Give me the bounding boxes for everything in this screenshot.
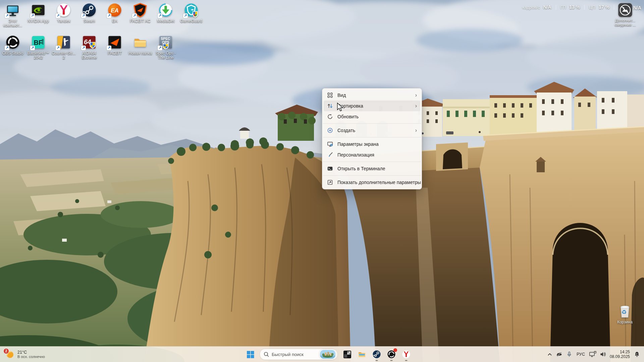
menu-separator [323, 137, 421, 137]
shortcut-arrow-icon: ↗ [5, 46, 9, 50]
desktop-icon-yandex[interactable]: ↗ Yandex [51, 2, 76, 23]
network-ethernet-icon [589, 351, 597, 358]
taskbar-steam[interactable] [369, 347, 384, 362]
menu-item-label: Сортировка [337, 103, 411, 109]
menu-item-open-in-terminal[interactable]: Открыть в Терминале [324, 163, 420, 174]
desktop-icon-recycle-bin[interactable]: ♻ Корзина [612, 303, 638, 324]
speaker-icon [599, 351, 607, 358]
desktop-icon-aida64[interactable]: 64 ↗ AIDA64 Extreme [76, 34, 102, 60]
taskbar-clock[interactable]: 14:25 08.09.2025 [608, 350, 632, 359]
menu-item-show-more-options[interactable]: Показать дополнительные параметры [324, 177, 420, 188]
cloud-slash-icon [555, 351, 563, 358]
menu-item-personalization[interactable]: Персонализация [324, 149, 420, 160]
desktop-icon-label: OBS Studio [2, 51, 23, 56]
windows-logo-icon [247, 351, 254, 358]
desktop-icon-counter-strike-2[interactable]: ↗ Counter-Str... 2 [51, 34, 76, 60]
menu-item-label: Персонализация [337, 152, 418, 158]
chevron-up-icon [547, 352, 552, 357]
overlay-divider [584, 5, 585, 10]
desktop-icon-ea[interactable]: EA ↗ EA [102, 2, 127, 23]
desktop-icon-steam[interactable]: ↗ Steam [76, 2, 102, 23]
desktop-icon-faceit[interactable]: ↗ FACEIT [102, 34, 127, 56]
taskbar-center: Быстрый поиск [243, 347, 414, 362]
widgets-weather-button[interactable]: 2 21°C В осн. солнечно [3, 347, 47, 361]
desktop-icon-label: MediaGet [157, 19, 174, 23]
desktop-icon-nvidia-app[interactable]: ↗ NVIDIA App [25, 2, 51, 23]
desktop-icon-label: EA [112, 19, 117, 23]
svg-text:SPEC: SPEC [161, 37, 170, 41]
desktop-icon-obs-studio[interactable]: ↗ OBS Studio [0, 34, 25, 56]
steam-icon [372, 350, 381, 359]
shortcut-arrow-icon: ↗ [107, 46, 111, 50]
tray-cloud-paused-button[interactable] [554, 348, 564, 361]
menu-item-label: Создать [337, 128, 411, 133]
menu-item-display-settings[interactable]: Параметры экрана [324, 139, 420, 149]
gpu-label: ГП [560, 5, 566, 10]
desktop-icon-mediaget[interactable]: ↗ MediaGet [153, 2, 178, 23]
taskbar-search[interactable]: Быстрый поиск [260, 349, 338, 360]
taskbar-file-explorer[interactable] [355, 347, 369, 362]
system-tray: РУС 14:25 08.09.2025 [545, 347, 644, 362]
desktop-icon-label: AIDA64 Extreme [82, 51, 97, 60]
desktop-icon-new-folder[interactable]: Новая папка [127, 34, 153, 56]
overlay-divider [556, 5, 556, 10]
search-placeholder: Быстрый поиск [272, 352, 317, 357]
desktop: кадров/с N/A ГП 13 % ЦП 17 % N/A Дополни… [0, 0, 644, 362]
gpu-value: 13 % [569, 4, 580, 10]
notification-bell-button[interactable]: z [632, 348, 642, 361]
desktop-icon-label: FACEIT AC [130, 19, 150, 23]
menu-item-view[interactable]: Вид › [324, 90, 420, 101]
personalization-brush-icon [327, 152, 333, 158]
svg-text:2042: 2042 [41, 39, 44, 45]
view-grid-icon [327, 92, 333, 98]
mouse-cursor [337, 103, 343, 113]
desktop-icon-label: GameGuard [180, 19, 202, 23]
menu-item-label: Показать дополнительные параметры [337, 180, 421, 185]
notification-badge [393, 348, 397, 352]
shortcut-arrow-icon: ↗ [56, 46, 60, 50]
taskbar-app-dark[interactable] [340, 347, 355, 362]
clock-time: 14:25 [620, 350, 630, 355]
new-item-icon [327, 127, 333, 133]
taskbar-yandex-browser[interactable] [399, 347, 414, 362]
tray-volume-button[interactable] [598, 348, 608, 361]
menu-item-label: Открыть в Терминале [337, 166, 418, 171]
desktop-icon-label: Spec Ops - The Line [156, 51, 176, 60]
broken-image-icon [618, 3, 633, 17]
clock-date: 08.09.2025 [610, 354, 630, 359]
desktop-icon-label: Steam [84, 19, 95, 23]
sort-icon [327, 103, 333, 109]
tray-chevron-button[interactable] [545, 348, 554, 361]
shortcut-arrow-icon: ↗ [5, 13, 9, 18]
file-explorer-icon [358, 350, 366, 359]
tray-network-button[interactable] [587, 348, 598, 361]
shortcut-arrow-icon: ↗ [183, 13, 188, 18]
language-indicator[interactable]: РУС [574, 348, 587, 361]
search-icon [264, 352, 269, 357]
start-button[interactable] [243, 347, 258, 362]
desktop-icon-gameguard[interactable]: ↗ GameGuard [178, 2, 204, 23]
desktop-icon-label: Корзина [617, 320, 633, 324]
desktop-icon-faceit-ac[interactable]: ↗ FACEIT AC [127, 2, 153, 23]
chevron-right-icon: › [415, 128, 418, 133]
desktop-icon-additional-info[interactable]: Дополнит... сведения ... [610, 3, 641, 27]
desktop-icon-this-pc[interactable]: ↗ Этот компьют... [0, 2, 25, 28]
dark-app-icon [343, 350, 352, 359]
desktop-icon-battlefield-2042[interactable]: BF 2042 ↗ Battlefield™ 2042 [25, 34, 51, 60]
yandex-browser-icon [402, 350, 411, 359]
fps-value: N/A [543, 4, 551, 10]
fps-label: кадров/с [522, 5, 540, 10]
tray-microphone-button[interactable] [564, 348, 574, 361]
shortcut-arrow-icon: ↗ [81, 13, 86, 18]
cpu-label: ЦП [589, 5, 595, 10]
menu-item-new[interactable]: Создать › [324, 125, 420, 136]
cpu-value: 17 % [599, 4, 609, 10]
desktop-icon-spec-ops[interactable]: SPEC OPS ↗ Spec Ops - The Line [153, 34, 178, 60]
chevron-right-icon: › [415, 93, 418, 98]
recycle-bin-icon: ♻ [618, 303, 632, 319]
svg-text:EA: EA [111, 7, 119, 14]
shortcut-arrow-icon: ↗ [132, 13, 137, 18]
desktop-icon-label: FACEIT [108, 51, 122, 56]
shortcut-arrow-icon: ↗ [158, 13, 162, 18]
taskbar-obs[interactable] [384, 347, 399, 362]
